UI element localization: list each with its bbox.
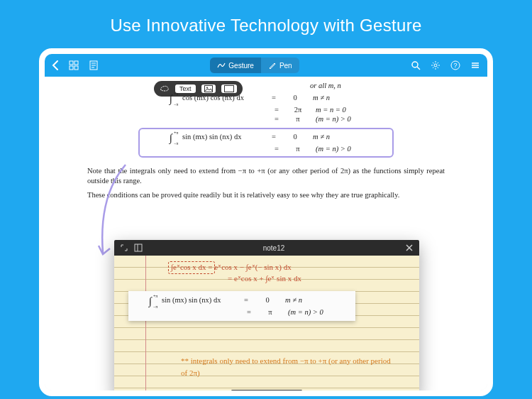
gesture-icon xyxy=(217,61,226,70)
math-text: m = n = 0 xyxy=(316,106,365,114)
math-text: = xyxy=(270,133,277,143)
math-text: m ≠ n xyxy=(285,296,335,307)
math-text: = xyxy=(270,94,277,104)
math-text: (m = n) > 0 xyxy=(288,308,338,316)
mode-gesture[interactable]: Gesture xyxy=(210,58,261,73)
math-text: π xyxy=(262,308,278,316)
math-text: = xyxy=(273,145,280,153)
integral-symbol: ∫ xyxy=(170,132,172,143)
math-text: 0 xyxy=(287,133,303,143)
svg-rect-2 xyxy=(70,66,73,70)
help-icon[interactable]: ? xyxy=(450,60,460,70)
svg-point-17 xyxy=(206,87,208,89)
pasted-snippet[interactable]: ∫ +π −π sin (mx) sin (nx) dx = 0 m ≠ n = xyxy=(128,291,355,321)
device-frame: Gesture Pen ? xyxy=(39,48,493,396)
svg-rect-0 xyxy=(70,61,73,65)
handwriting: = eˣcos x + ∫eˣ sin x dx xyxy=(228,274,301,283)
mode-switcher: Gesture Pen xyxy=(210,58,299,73)
pen-icon xyxy=(268,61,277,70)
bound-lower: −π xyxy=(174,141,178,146)
math-equation-block: ∫ cos (mx) si or all m, n ∫ +π −π cos (m… xyxy=(45,77,487,125)
integral-symbol: ∫ xyxy=(149,295,152,307)
text-chip-label: Text xyxy=(179,85,192,92)
math-text: 0 xyxy=(260,296,275,307)
bound-lower: −π xyxy=(174,102,178,106)
math-text: π xyxy=(290,145,306,153)
svg-rect-1 xyxy=(74,61,78,65)
mode-pen[interactable]: Pen xyxy=(261,58,299,73)
note-expand-icon[interactable] xyxy=(120,244,128,252)
selection-highlight[interactable]: ∫ +π −π sin (mx) sin (nx) dx = 0 m ≠ n =… xyxy=(138,128,394,158)
svg-rect-19 xyxy=(135,244,142,251)
svg-rect-3 xyxy=(74,66,78,70)
math-text: m ≠ n xyxy=(313,133,362,143)
svg-point-10 xyxy=(434,64,437,67)
math-text: = xyxy=(245,308,253,316)
home-indicator xyxy=(231,390,302,390)
integral-symbol: ∫ xyxy=(170,93,172,104)
svg-text:?: ? xyxy=(453,62,457,69)
menu-icon[interactable] xyxy=(470,60,480,70)
promo-title: Use Innovative Technology with Gesture xyxy=(0,0,532,48)
lasso-icon[interactable] xyxy=(160,84,170,93)
math-text: m ≠ n xyxy=(313,94,362,104)
bound-lower: −π xyxy=(153,305,157,309)
math-text: 2π xyxy=(290,106,306,114)
gear-icon[interactable] xyxy=(431,60,440,70)
mode-label: Pen xyxy=(279,62,292,70)
floating-toolbar: Text xyxy=(154,81,243,97)
svg-line-9 xyxy=(417,67,420,70)
image-icon xyxy=(204,85,213,92)
note-panel[interactable]: note12 ∫eˣcos x dx = eˣcos x − ∫eˣ(− sin… xyxy=(114,240,419,390)
math-text: sin (mx) sin (nx) dx xyxy=(162,296,233,307)
back-icon[interactable] xyxy=(52,60,59,70)
note-paper[interactable]: ∫eˣcos x dx = eˣcos x − ∫eˣ(− sin x) dx … xyxy=(114,256,419,390)
handwriting: ∫eˣcos x dx = eˣcos x − ∫eˣ(− sin x) dx xyxy=(171,263,292,272)
blank-chip[interactable] xyxy=(221,84,237,93)
close-icon[interactable] xyxy=(405,244,414,252)
margin-line xyxy=(145,256,146,390)
document-area[interactable]: Text ∫ cos (mx) si or all m, n ∫ +π −π xyxy=(45,77,487,390)
math-text: sin (mx) sin (nx) dx xyxy=(182,133,260,143)
handwriting: ** integrals only need to extend from −π… xyxy=(181,355,394,378)
note-layout-icon[interactable] xyxy=(134,244,143,252)
math-text: = xyxy=(243,296,250,307)
math-text: π xyxy=(290,115,306,123)
bound-upper: +π xyxy=(174,92,178,96)
grid-icon[interactable] xyxy=(69,60,79,70)
math-text: = xyxy=(273,115,280,123)
image-chip[interactable] xyxy=(201,84,216,93)
svg-rect-16 xyxy=(204,86,212,92)
search-icon[interactable] xyxy=(411,60,421,70)
math-text: (m = n) > 0 xyxy=(316,145,365,153)
card-icon xyxy=(224,85,234,92)
bound-upper: +π xyxy=(174,131,178,135)
svg-point-8 xyxy=(412,62,418,67)
mode-label: Gesture xyxy=(228,62,254,70)
math-text: (m = n) > 0 xyxy=(316,115,365,123)
note-titlebar: note12 xyxy=(114,240,419,256)
notes-icon[interactable] xyxy=(89,60,99,70)
math-text: 0 xyxy=(287,94,303,104)
svg-rect-18 xyxy=(224,86,233,92)
body-paragraph: Note that the integrals only need to ext… xyxy=(45,163,487,187)
body-paragraph: These conditions can be proved quite rea… xyxy=(45,187,487,202)
note-title: note12 xyxy=(263,244,285,252)
app-toolbar: Gesture Pen ? xyxy=(45,54,487,77)
math-text: or all m, n xyxy=(310,82,360,92)
bound-upper: +π xyxy=(153,294,157,298)
math-text: = xyxy=(273,106,280,114)
